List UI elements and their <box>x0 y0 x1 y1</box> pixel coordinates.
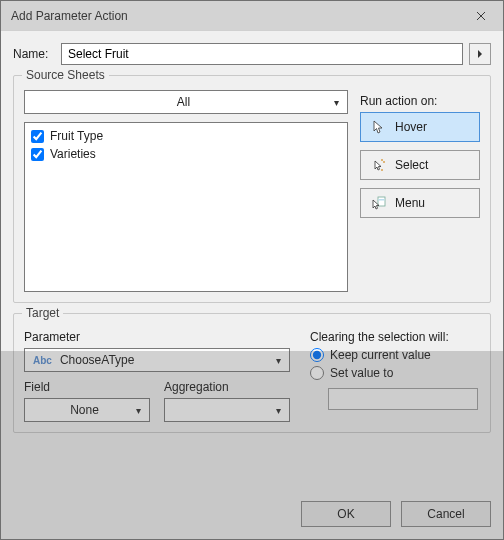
sheet-item[interactable]: Fruit Type <box>31 127 341 145</box>
cancel-button[interactable]: Cancel <box>401 501 491 527</box>
action-name-input[interactable] <box>61 43 463 65</box>
parameter-label: Parameter <box>24 330 290 344</box>
hover-cursor-icon <box>371 120 387 134</box>
svg-rect-1 <box>379 199 385 201</box>
run-action-column: Run action on: Hover <box>360 90 480 226</box>
add-parameter-action-dialog: Add Parameter Action Name: Source Sheets… <box>0 0 504 540</box>
dialog-title: Add Parameter Action <box>11 9 128 23</box>
chevron-down-icon: ▾ <box>276 355 281 366</box>
dialog-body: Name: Source Sheets All ▾ Fruit T <box>1 31 503 495</box>
svg-rect-0 <box>378 197 385 206</box>
field-dropdown[interactable]: None ▾ <box>24 398 150 422</box>
chevron-down-icon: ▾ <box>136 405 141 416</box>
run-action-label-text: Menu <box>395 196 425 210</box>
run-action-label-text: Select <box>395 158 428 172</box>
close-button[interactable] <box>459 1 503 30</box>
sheet-label: Fruit Type <box>50 129 103 143</box>
clearing-set-label: Set value to <box>330 366 393 380</box>
select-cursor-icon <box>371 158 387 172</box>
sheet-item[interactable]: Varieties <box>31 145 341 163</box>
ok-button[interactable]: OK <box>301 501 391 527</box>
clearing-keep-label: Keep current value <box>330 348 431 362</box>
aggregation-dropdown[interactable]: ▾ <box>164 398 290 422</box>
menu-cursor-icon <box>371 196 387 210</box>
dialog-footer: OK Cancel <box>1 495 503 539</box>
clearing-set-row[interactable]: Set value to <box>310 366 480 380</box>
close-icon <box>476 11 486 21</box>
source-sheets-legend: Source Sheets <box>22 68 109 82</box>
field-label: Field <box>24 380 150 394</box>
clearing-keep-radio[interactable] <box>310 348 324 362</box>
clearing-label: Clearing the selection will: <box>310 330 480 344</box>
sheet-checkbox[interactable] <box>31 130 44 143</box>
run-action-select[interactable]: Select <box>360 150 480 180</box>
clearing-set-value-input <box>328 388 478 410</box>
parameter-value: Abc ChooseAType <box>33 353 276 367</box>
source-sheet-list: Fruit Type Varieties <box>24 122 348 292</box>
sheet-checkbox[interactable] <box>31 148 44 161</box>
source-sheet-value: All <box>33 95 334 109</box>
source-sheet-selector[interactable]: All ▾ <box>24 90 348 114</box>
run-action-label: Run action on: <box>360 94 480 108</box>
sheet-label: Varieties <box>50 147 96 161</box>
abc-type-icon: Abc <box>33 355 52 366</box>
titlebar: Add Parameter Action <box>1 1 503 31</box>
field-value: None <box>33 403 136 417</box>
run-action-label-text: Hover <box>395 120 427 134</box>
clearing-set-radio[interactable] <box>310 366 324 380</box>
name-row: Name: <box>13 43 491 65</box>
parameter-dropdown[interactable]: Abc ChooseAType ▾ <box>24 348 290 372</box>
source-sheets-group: Source Sheets All ▾ Fruit Type <box>13 75 491 303</box>
target-group: Target Parameter Abc ChooseAType ▾ Field <box>13 313 491 433</box>
chevron-down-icon: ▾ <box>334 97 339 108</box>
run-action-menu[interactable]: Menu <box>360 188 480 218</box>
name-label: Name: <box>13 47 55 61</box>
run-action-hover[interactable]: Hover <box>360 112 480 142</box>
aggregation-label: Aggregation <box>164 380 290 394</box>
chevron-down-icon: ▾ <box>276 405 281 416</box>
clearing-keep-row[interactable]: Keep current value <box>310 348 480 362</box>
target-legend: Target <box>22 306 63 320</box>
caret-right-icon <box>477 49 483 59</box>
name-menu-button[interactable] <box>469 43 491 65</box>
